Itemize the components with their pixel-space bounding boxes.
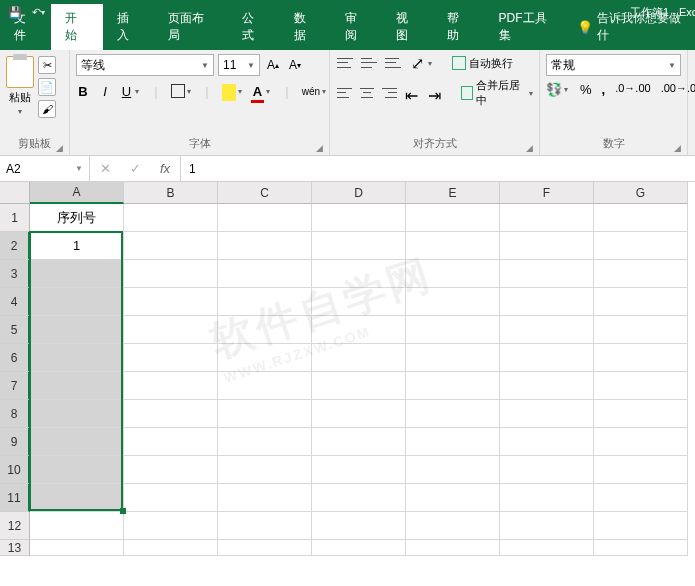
- align-right-button[interactable]: [381, 85, 398, 101]
- cell[interactable]: [594, 428, 688, 456]
- cell[interactable]: [218, 372, 312, 400]
- tab-review[interactable]: 审阅: [331, 4, 382, 50]
- cell[interactable]: [218, 344, 312, 372]
- cell[interactable]: [594, 204, 688, 232]
- cell[interactable]: [30, 400, 124, 428]
- qat-customize-icon[interactable]: ▾: [74, 8, 78, 17]
- cell[interactable]: [30, 288, 124, 316]
- cell[interactable]: [218, 232, 312, 260]
- cell[interactable]: [500, 288, 594, 316]
- cell[interactable]: [218, 540, 312, 556]
- decrease-font-button[interactable]: A▾: [286, 54, 304, 76]
- cell[interactable]: [312, 344, 406, 372]
- cell[interactable]: [312, 512, 406, 540]
- cancel-formula-button[interactable]: ✕: [90, 161, 120, 176]
- cell[interactable]: [500, 372, 594, 400]
- cell[interactable]: [312, 428, 406, 456]
- cell[interactable]: [124, 204, 218, 232]
- align-left-button[interactable]: [336, 85, 353, 101]
- row-header[interactable]: 2: [0, 232, 30, 260]
- cell[interactable]: [124, 344, 218, 372]
- cell[interactable]: [406, 316, 500, 344]
- cell[interactable]: [312, 316, 406, 344]
- chevron-down-icon[interactable]: ▼: [247, 61, 255, 70]
- orientation-button[interactable]: ⤢▾: [408, 54, 434, 72]
- cell[interactable]: [406, 204, 500, 232]
- cell[interactable]: [124, 316, 218, 344]
- cell[interactable]: [218, 400, 312, 428]
- cell[interactable]: [406, 344, 500, 372]
- cell[interactable]: [500, 540, 594, 556]
- row-header[interactable]: 8: [0, 400, 30, 428]
- cell[interactable]: [124, 372, 218, 400]
- cell[interactable]: [218, 316, 312, 344]
- cell[interactable]: [594, 540, 688, 556]
- column-header[interactable]: B: [124, 182, 218, 204]
- copy-button[interactable]: 📄: [38, 78, 56, 96]
- cell[interactable]: [124, 400, 218, 428]
- cell[interactable]: [406, 372, 500, 400]
- clipboard-launcher-icon[interactable]: ◢: [56, 143, 63, 153]
- column-header[interactable]: C: [218, 182, 312, 204]
- row-header[interactable]: 5: [0, 316, 30, 344]
- cell[interactable]: [124, 456, 218, 484]
- row-header[interactable]: 12: [0, 512, 30, 540]
- cell[interactable]: [124, 260, 218, 288]
- cell[interactable]: [124, 428, 218, 456]
- cell[interactable]: [594, 512, 688, 540]
- tab-page-layout[interactable]: 页面布局: [154, 4, 229, 50]
- cell[interactable]: [500, 260, 594, 288]
- cell[interactable]: [594, 456, 688, 484]
- underline-button[interactable]: U▾: [120, 82, 141, 100]
- cell[interactable]: [218, 484, 312, 512]
- cell[interactable]: [500, 344, 594, 372]
- undo-button[interactable]: ↶▾: [32, 6, 45, 19]
- cell[interactable]: [124, 484, 218, 512]
- cell[interactable]: [406, 232, 500, 260]
- save-icon[interactable]: 💾: [8, 6, 22, 19]
- formula-input[interactable]: 1: [181, 156, 695, 181]
- accept-formula-button[interactable]: ✓: [120, 161, 150, 176]
- accounting-format-button[interactable]: 💱▾: [546, 82, 570, 97]
- cell[interactable]: [218, 428, 312, 456]
- column-header[interactable]: A: [30, 182, 124, 204]
- row-header[interactable]: 4: [0, 288, 30, 316]
- font-name-combo[interactable]: 等线▼: [76, 54, 214, 76]
- italic-button[interactable]: I: [98, 84, 112, 99]
- decrease-decimal-button[interactable]: .00→.0: [661, 82, 695, 97]
- font-size-combo[interactable]: 11▼: [218, 54, 260, 76]
- row-header[interactable]: 6: [0, 344, 30, 372]
- cell[interactable]: [30, 540, 124, 556]
- cell[interactable]: [30, 484, 124, 512]
- cell[interactable]: [312, 372, 406, 400]
- increase-decimal-button[interactable]: .0→.00: [615, 82, 650, 97]
- alignment-launcher-icon[interactable]: ◢: [526, 143, 533, 153]
- cell[interactable]: [500, 484, 594, 512]
- tab-data[interactable]: 数据: [280, 4, 331, 50]
- cell[interactable]: [406, 540, 500, 556]
- number-launcher-icon[interactable]: ◢: [674, 143, 681, 153]
- cell[interactable]: [218, 288, 312, 316]
- chevron-down-icon[interactable]: ▼: [75, 164, 83, 173]
- cell[interactable]: [594, 400, 688, 428]
- cell[interactable]: [312, 400, 406, 428]
- cell[interactable]: [406, 484, 500, 512]
- cell[interactable]: [30, 344, 124, 372]
- fill-color-button[interactable]: ▾: [222, 82, 243, 100]
- comma-format-button[interactable]: ,: [602, 82, 606, 97]
- cell[interactable]: [594, 260, 688, 288]
- cell[interactable]: [500, 204, 594, 232]
- column-header[interactable]: D: [312, 182, 406, 204]
- insert-function-button[interactable]: fx: [150, 161, 180, 176]
- cell[interactable]: [594, 344, 688, 372]
- format-painter-button[interactable]: 🖌: [38, 100, 56, 118]
- tab-help[interactable]: 帮助: [433, 4, 484, 50]
- cell[interactable]: [500, 400, 594, 428]
- cell[interactable]: [500, 456, 594, 484]
- font-launcher-icon[interactable]: ◢: [316, 143, 323, 153]
- cell[interactable]: [124, 512, 218, 540]
- tab-formulas[interactable]: 公式: [228, 4, 279, 50]
- cell[interactable]: [30, 316, 124, 344]
- column-header[interactable]: F: [500, 182, 594, 204]
- row-header[interactable]: 9: [0, 428, 30, 456]
